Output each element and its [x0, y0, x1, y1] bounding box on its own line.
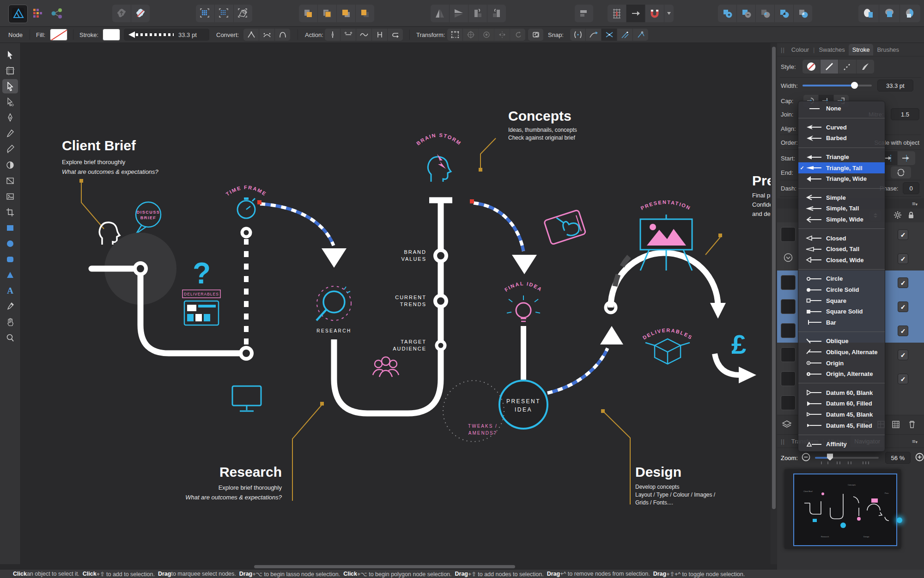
navigator-viewport[interactable]: Client BriefConcepts ResearchDesignPres — [793, 473, 897, 546]
node-tool[interactable] — [2, 79, 18, 93]
move-tool[interactable] — [2, 48, 18, 62]
path-node-ring[interactable] — [242, 228, 250, 237]
place-image-tool[interactable] — [2, 189, 18, 203]
export-persona-icon[interactable] — [49, 5, 65, 22]
join-curves-icon[interactable] — [372, 29, 388, 41]
style-none-icon[interactable] — [802, 60, 821, 74]
path-node-ring[interactable] — [435, 250, 446, 261]
layer-settings-gear-icon[interactable] — [894, 211, 902, 221]
tab-swatches[interactable]: Swatches — [815, 44, 848, 55]
zoom-out-icon[interactable] — [802, 453, 810, 463]
path-node-ring[interactable] — [435, 295, 446, 307]
boolean-intersect-icon[interactable] — [756, 5, 775, 22]
selected-curve-1[interactable] — [260, 204, 334, 246]
menu-item-origin[interactable]: Origin — [798, 357, 885, 369]
menu-item-closed-wide[interactable]: Closed, Wide — [798, 255, 885, 266]
triangle-tool[interactable] — [2, 268, 18, 282]
close-curve-icon[interactable] — [340, 29, 356, 41]
menu-item-triangle-wide[interactable]: Triangle, Wide — [798, 173, 885, 184]
vector-brush-tool[interactable] — [2, 142, 18, 156]
dot-grid-icon[interactable] — [215, 5, 234, 22]
flip-vertical-icon[interactable] — [450, 5, 468, 22]
vector-crop-tool[interactable] — [2, 205, 18, 219]
snap-nodes-icon[interactable] — [570, 29, 586, 41]
layer-visibility-checkbox[interactable]: ✓ — [898, 374, 908, 384]
menu-item-square[interactable]: Square — [798, 295, 885, 306]
menu-item-circle[interactable]: Circle — [798, 273, 885, 284]
convert-sharp-icon[interactable] — [243, 29, 259, 41]
hide-selection-icon[interactable] — [479, 29, 494, 41]
pencil-tool[interactable] — [2, 126, 18, 141]
menu-item-datum-60-filled[interactable]: Datum 60, Filled — [798, 398, 885, 409]
fill-swatch[interactable] — [50, 29, 67, 41]
rotate-cw-icon[interactable] — [487, 5, 506, 22]
insertion-target-icon[interactable] — [626, 5, 645, 22]
path-node-ring[interactable] — [135, 263, 146, 274]
selected-curve-3[interactable] — [547, 348, 608, 393]
vertical-scrollbar[interactable] — [771, 43, 777, 564]
artboard-tool[interactable] — [2, 63, 18, 78]
width-field[interactable]: 33.3 pt — [877, 80, 913, 92]
width-slider-knob[interactable] — [851, 82, 858, 89]
boolean-add-icon[interactable] — [718, 5, 737, 22]
tab-colour[interactable]: Colour — [788, 44, 813, 55]
rounded-rectangle-tool[interactable] — [2, 252, 18, 266]
expand-chevron-icon[interactable] — [784, 253, 793, 264]
cycle-transform-icon[interactable] — [528, 29, 543, 41]
insert-on-top-icon[interactable] — [900, 5, 920, 22]
width-slider[interactable] — [802, 85, 872, 86]
transform-origin-icon[interactable] — [463, 29, 479, 41]
convert-smart-icon[interactable] — [275, 29, 290, 41]
mitre-field[interactable]: 1.5 — [891, 108, 919, 120]
fill-tool[interactable] — [2, 158, 18, 172]
boolean-subtract-icon[interactable] — [737, 5, 756, 22]
horizontal-scrollbar-thumb[interactable] — [254, 565, 515, 568]
insert-behind-icon[interactable] — [858, 5, 879, 22]
move-to-back-icon[interactable] — [356, 5, 374, 22]
rotate-copy-icon[interactable] — [510, 29, 525, 41]
tab-stroke[interactable]: Stroke — [849, 44, 874, 55]
layer-visibility-checkbox[interactable]: ✓ — [898, 350, 908, 360]
layer-visibility-checkbox[interactable]: ✓ — [898, 229, 908, 240]
menu-item-square-solid[interactable]: Square Solid — [798, 306, 885, 317]
point-transform-tool[interactable] — [2, 95, 18, 109]
menu-item-simple[interactable]: Simple — [798, 192, 885, 203]
navigator-menu-icon[interactable]: ≡▾ — [912, 438, 918, 445]
menu-item-datum-45-filled[interactable]: Datum 45, Filled — [798, 420, 885, 431]
trash-icon[interactable] — [908, 420, 916, 430]
document-canvas[interactable]: Client Brief Explore brief thoroughly Wh… — [21, 43, 771, 564]
menu-item-curved[interactable]: Curved — [798, 122, 885, 133]
menu-item-simple-tall[interactable]: Simple, Tall — [798, 203, 885, 214]
menu-item-datum-60-blank[interactable]: Datum 60, Blank — [798, 387, 885, 398]
snap-curve-icon[interactable] — [586, 29, 602, 41]
zoom-in-icon[interactable] — [915, 453, 924, 463]
colour-picker-tool[interactable] — [2, 299, 18, 314]
rotate-ccw-icon[interactable] — [468, 5, 487, 22]
snapping-magnet-icon[interactable] — [645, 5, 664, 22]
menu-item-datum-45-blank[interactable]: Datum 45, Blank — [798, 409, 885, 420]
menu-item-barbed[interactable]: Barbed — [798, 133, 885, 144]
grid-table-icon[interactable] — [892, 420, 900, 430]
alignment-icon[interactable] — [575, 5, 593, 22]
zoom-tool[interactable] — [2, 331, 18, 345]
phase-field[interactable]: 0 — [903, 182, 919, 194]
pen-tool[interactable] — [2, 111, 18, 125]
snapping-caret-icon[interactable] — [664, 5, 674, 22]
selected-node-handle[interactable] — [470, 199, 474, 203]
panel-grip[interactable]: || — [781, 46, 785, 53]
zoom-slider[interactable] — [815, 457, 879, 459]
menu-item-triangle-tall[interactable]: ✓Triangle, Tall — [798, 162, 885, 173]
flip-horizontal-icon[interactable] — [431, 5, 450, 22]
mirror-icon[interactable] — [494, 29, 510, 41]
pixel-persona-icon[interactable] — [32, 5, 44, 22]
transform-mode-icon[interactable] — [447, 29, 463, 41]
move-forward-icon[interactable] — [318, 5, 337, 22]
path-node-ring[interactable] — [241, 348, 252, 359]
move-backward-icon[interactable] — [337, 5, 356, 22]
vertical-scrollbar-thumb[interactable] — [772, 47, 776, 509]
navigator-thumbnail[interactable]: Client BriefConcepts ResearchDesignPres — [784, 469, 901, 549]
layer-visibility-checkbox[interactable]: ✓ — [898, 326, 908, 336]
menu-item-bar[interactable]: Bar — [798, 317, 885, 328]
menu-item-closed[interactable]: Closed — [798, 233, 885, 244]
arrow-outside-icon[interactable] — [898, 151, 915, 165]
